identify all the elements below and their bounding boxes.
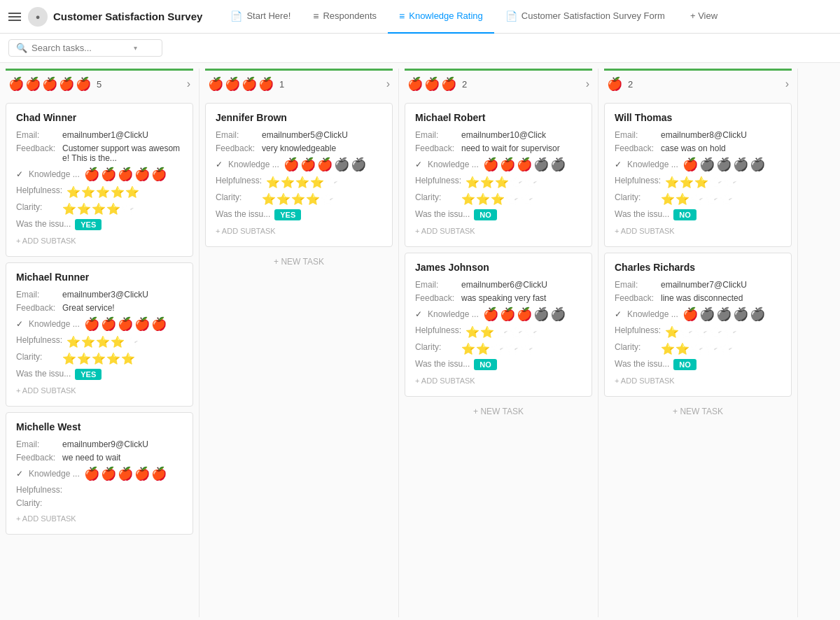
add-subtask-button[interactable]: + ADD SUBTASK xyxy=(615,224,781,238)
new-task-button[interactable]: + NEW TASK xyxy=(205,253,393,271)
clarity-row: Clarity: ⭐⭐⭐⭐⭐ xyxy=(16,352,183,365)
search-wrapper[interactable]: 🔍 ▾ xyxy=(8,39,162,57)
star-rating: ⭐⭐⭐⭐⭐ xyxy=(665,176,738,189)
email-row: Email: emailnumber3@ClickU xyxy=(16,290,183,300)
apple-icon: 🍎 xyxy=(500,307,515,322)
tab-respondents[interactable]: ≡ Respondents xyxy=(302,0,388,34)
column-2: 🍎🍎🍎 2 › Michael Robert Email: emailnumbe… xyxy=(399,69,598,617)
helpfulness-label: Helpfulness: xyxy=(216,176,262,185)
column-expand-button[interactable]: › xyxy=(386,78,390,90)
apple-icon: 🍎 xyxy=(483,307,498,322)
new-task-button[interactable]: + NEW TASK xyxy=(604,402,792,421)
email-value: emailnumber5@ClickU xyxy=(262,130,382,140)
knowledge-row: ✓ Knowledge ... 🍎🍎🍎🍎🍎 xyxy=(615,157,781,172)
add-subtask-button[interactable]: + ADD SUBTASK xyxy=(16,234,183,248)
issue-badge: NO xyxy=(673,359,696,370)
apple-gray-icon: 🍎 xyxy=(699,157,715,172)
add-subtask-button[interactable]: + ADD SUBTASK xyxy=(16,512,183,526)
apple-icon: 🍎 xyxy=(134,167,150,182)
apple-icon: 🍎 xyxy=(208,76,223,92)
add-subtask-button[interactable]: + ADD SUBTASK xyxy=(216,224,382,238)
feedback-value: Great service! xyxy=(62,303,183,313)
apple-icon: 🍎 xyxy=(59,76,74,92)
star-rating: ⭐⭐⭐⭐⭐ xyxy=(465,176,538,189)
feedback-label: Feedback: xyxy=(615,293,657,303)
apple-gray-icon: 🍎 xyxy=(733,307,748,322)
knowledge-label: Knowledge ... xyxy=(428,309,479,319)
helpfulness-label: Helpfulness: xyxy=(16,485,62,495)
star-icon: ⭐ xyxy=(676,342,690,355)
column-expand-button[interactable]: › xyxy=(586,78,589,90)
menu-icon[interactable] xyxy=(8,10,22,24)
tab-start-here[interactable]: 📄 Start Here! xyxy=(219,0,302,34)
issue-label: Was the issu... xyxy=(615,359,669,369)
star-gray-icon: ⭐ xyxy=(121,202,135,216)
task-card: Jennifer Brown Email: emailnumber5@Click… xyxy=(205,103,393,247)
apple-icon: 🍎 xyxy=(8,76,24,92)
helpfulness-row: Helpfulness: ⭐⭐⭐⭐⭐ xyxy=(615,325,781,339)
issue-badge: NO xyxy=(673,209,696,220)
star-gray-icon: ⭐ xyxy=(694,325,708,339)
star-gray-icon: ⭐ xyxy=(720,342,734,355)
tab-view-label: + View xyxy=(690,10,718,21)
tab-respondents-label: Respondents xyxy=(323,10,377,21)
star-icon: ⭐ xyxy=(77,202,91,216)
clarity-label: Clarity: xyxy=(415,342,457,352)
tab-survey-form[interactable]: 📄 Customer Satisfaction Survey Form xyxy=(494,0,676,34)
new-task-button[interactable]: + NEW TASK xyxy=(405,402,592,421)
helpfulness-row: Helpfulness: xyxy=(16,485,183,495)
star-rating: ⭐⭐⭐⭐⭐ xyxy=(665,325,738,339)
apple-gray-icon: 🍎 xyxy=(699,307,715,322)
feedback-label: Feedback: xyxy=(415,143,457,153)
tab-knowledge-rating[interactable]: ≡ Knowledge Rating xyxy=(388,0,494,34)
knowledge-row: ✓ Knowledge ... 🍎🍎🍎🍎🍎 xyxy=(216,157,382,172)
clarity-label: Clarity: xyxy=(615,192,657,202)
email-value: emailnumber6@ClickU xyxy=(461,280,582,290)
knowledge-label: Knowledge ... xyxy=(29,319,80,329)
issue-label: Was the issu... xyxy=(216,209,270,219)
feedback-row: Feedback: Great service! xyxy=(16,303,183,313)
column-expand-button[interactable]: › xyxy=(187,78,190,90)
helpfulness-row: Helpfulness: ⭐⭐⭐⭐⭐ xyxy=(16,185,183,199)
star-gray-icon: ⭐ xyxy=(510,325,524,339)
apple-gray-icon: 🍎 xyxy=(750,307,765,322)
apple-rating: 🍎🍎🍎🍎🍎 xyxy=(8,76,91,92)
issue-row: Was the issu... NO xyxy=(415,359,582,370)
add-subtask-button[interactable]: + ADD SUBTASK xyxy=(415,374,582,388)
issue-row: Was the issu... NO xyxy=(615,209,781,220)
helpfulness-label: Helpfulness: xyxy=(615,176,661,185)
add-subtask-button[interactable]: + ADD SUBTASK xyxy=(415,224,582,238)
apple-gray-icon: 🍎 xyxy=(550,157,566,172)
column-header: 🍎 2 › xyxy=(604,69,792,99)
apple-rating: 🍎🍎🍎🍎🍎 xyxy=(84,466,167,481)
apple-rating: 🍎🍎🍎🍎 xyxy=(208,76,274,92)
clarity-label: Clarity: xyxy=(16,498,58,508)
apple-gray-icon: 🍎 xyxy=(750,157,765,172)
knowledge-row: ✓ Knowledge ... 🍎🍎🍎🍎🍎 xyxy=(415,307,582,322)
helpfulness-row: Helpfulness: ⭐⭐⭐⭐⭐ xyxy=(415,176,582,189)
email-label: Email: xyxy=(415,130,457,140)
column-expand-button[interactable]: › xyxy=(785,78,789,90)
email-value: emailnumber7@ClickU xyxy=(661,280,781,290)
add-subtask-button[interactable]: + ADD SUBTASK xyxy=(615,374,781,388)
star-icon: ⭐ xyxy=(281,176,295,189)
search-input[interactable] xyxy=(31,43,130,53)
task-card: James Johnson Email: emailnumber6@ClickU… xyxy=(405,253,592,397)
issue-row: Was the issu... YES xyxy=(16,369,183,380)
tab-view[interactable]: + View xyxy=(679,0,729,34)
issue-badge: YES xyxy=(274,209,301,220)
star-icon: ⭐ xyxy=(111,185,125,199)
column-0: 🍎🍎🍎🍎🍎 5 › Chad Winner Email: emailnumber… xyxy=(0,69,200,617)
apple-icon: 🍎 xyxy=(317,157,332,172)
feedback-value: line was disconnected xyxy=(661,293,781,303)
check-icon: ✓ xyxy=(415,309,424,319)
respondents-icon: ≡ xyxy=(313,10,318,22)
feedback-row: Feedback: we need to wait xyxy=(16,453,183,463)
add-subtask-button[interactable]: + ADD SUBTASK xyxy=(16,383,183,397)
star-rating: ⭐⭐⭐⭐⭐ xyxy=(66,185,139,199)
feedback-row: Feedback: line was disconnected xyxy=(615,293,781,303)
star-gray-icon: ⭐ xyxy=(520,192,534,206)
apple-icon: 🍎 xyxy=(134,316,150,332)
apple-gray-icon: 🍎 xyxy=(533,157,549,172)
check-icon: ✓ xyxy=(16,469,24,479)
